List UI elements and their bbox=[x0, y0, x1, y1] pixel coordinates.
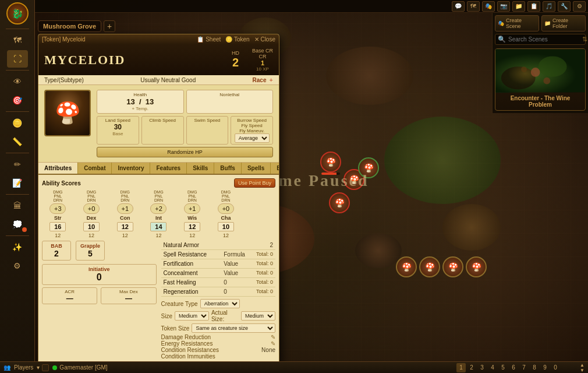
dr-edit-icon[interactable]: ✎ bbox=[271, 334, 275, 340]
page-down-arrow[interactable]: ▼ bbox=[580, 368, 585, 373]
tab-spells[interactable]: Spells bbox=[242, 163, 271, 174]
token-btn-ctrl[interactable]: 🪙 Token bbox=[225, 36, 249, 43]
chat-btn[interactable]: 💬 bbox=[452, 1, 465, 12]
race-label: Race bbox=[253, 77, 267, 83]
burrow-label: Burrow Speed bbox=[232, 118, 271, 123]
measure-btn[interactable]: 📏 bbox=[7, 133, 28, 150]
page-4[interactable]: 4 bbox=[488, 363, 497, 372]
tab-inventory[interactable]: Inventory bbox=[112, 163, 150, 174]
actors-btn[interactable]: 🎭 bbox=[482, 1, 495, 12]
create-scene-btn[interactable]: 🎭 Create Scene bbox=[495, 15, 539, 31]
top-toolbar: 💬 🗺 🎭 📷 📁 📋 🎵 🔧 ⚙ bbox=[35, 0, 588, 13]
enemy-token-3[interactable]: 🍄 bbox=[329, 192, 350, 213]
scene-card-thumbnail bbox=[495, 49, 585, 93]
close-btn[interactable]: ✕ Close bbox=[254, 36, 275, 43]
condition-resistances-label: Condition Resistances bbox=[161, 347, 219, 353]
app-logo[interactable]: 🐉 bbox=[6, 2, 29, 24]
player-token-5[interactable]: 🍄 bbox=[466, 256, 487, 277]
folder-btn[interactable]: 📁 bbox=[512, 1, 525, 12]
size-select[interactable]: MediumSmallLargeTiny bbox=[175, 311, 209, 321]
max-dex-block: Max Dex — bbox=[101, 287, 156, 304]
randomize-hp-btn[interactable]: Randomize HP bbox=[97, 147, 273, 157]
ability-int: +2 Int 14 12 bbox=[143, 203, 175, 238]
table-btn[interactable]: 📋 bbox=[527, 1, 540, 12]
page-1[interactable]: 1 bbox=[456, 363, 466, 372]
journal-btn[interactable]: 📷 bbox=[497, 1, 510, 12]
character-sheet: [Token] Myceloid 📋 Sheet 🪙 Token ✕ Close… bbox=[38, 34, 279, 364]
player-token-2[interactable]: 🍄 bbox=[396, 256, 417, 277]
sheet-titlebar: [Token] Myceloid 📋 Sheet 🪙 Token ✕ Close bbox=[38, 34, 279, 44]
settings-tool-btn[interactable]: ⚙ bbox=[7, 257, 28, 275]
point-buy-btn[interactable]: Use Point Buy bbox=[234, 178, 275, 188]
scene-search-bar[interactable]: 🔍 ⇅ bbox=[495, 34, 586, 45]
page-3[interactable]: 3 bbox=[477, 363, 487, 372]
page-8[interactable]: 8 bbox=[530, 363, 539, 372]
search-icon: 🔍 bbox=[498, 36, 506, 43]
library-btn[interactable]: 🏛 bbox=[7, 197, 28, 214]
neutral-token-1[interactable]: 🍄 bbox=[358, 157, 379, 178]
page-6[interactable]: 6 bbox=[509, 363, 518, 372]
sheet-tabs: Attributes Combat Inventory Features Ski… bbox=[38, 163, 279, 175]
macro-btn[interactable]: 🔧 bbox=[558, 1, 571, 12]
svg-point-6 bbox=[521, 66, 527, 72]
actual-size-select[interactable]: MediumSmallLarge bbox=[241, 311, 275, 321]
fullscreen-btn[interactable]: ⛶ bbox=[7, 50, 28, 68]
player-token-4[interactable]: 🍄 bbox=[442, 256, 463, 277]
player-token-3[interactable]: 🍄 bbox=[419, 256, 440, 277]
players-chevron: ▾ bbox=[37, 364, 40, 371]
tab-features[interactable]: Features bbox=[150, 163, 187, 174]
scene-card-title: Encounter - The Wine Problem bbox=[495, 93, 585, 110]
fly-maneuver-label: Fly Maneuv. bbox=[232, 128, 271, 133]
map-tool-btn[interactable]: 🗺 bbox=[7, 31, 28, 49]
tab-attributes[interactable]: Attributes bbox=[38, 163, 78, 174]
sort-icon[interactable]: ⇅ bbox=[582, 36, 587, 43]
zoom-out-btn[interactable]: + bbox=[104, 20, 115, 32]
fly-label: Fly Speed bbox=[232, 123, 271, 128]
svg-point-5 bbox=[543, 78, 550, 85]
initiative-label: Initiative bbox=[44, 266, 154, 272]
page-5[interactable]: 5 bbox=[498, 363, 508, 372]
map-btn[interactable]: 🗺 bbox=[467, 1, 480, 12]
scene-card-wine-problem[interactable]: Encounter - The Wine Problem bbox=[495, 48, 586, 111]
initiative-val: 0 bbox=[44, 272, 154, 283]
token-size-select[interactable]: Same as creature size bbox=[192, 323, 275, 333]
sheet-btn[interactable]: 📋 Sheet bbox=[197, 36, 221, 43]
swim-speed-label: Swim Speed bbox=[188, 118, 227, 123]
notes-btn[interactable]: 📝 bbox=[7, 174, 28, 192]
fly-maneuver-select[interactable]: AveragePoorGoodPerfect bbox=[235, 133, 270, 143]
natural-armor-label: Natural Armor bbox=[161, 241, 222, 250]
nonlethal-label: Nonlethal bbox=[189, 92, 271, 97]
ability-scores-title: Ability Scores bbox=[42, 180, 81, 186]
scene-search-input[interactable] bbox=[508, 36, 582, 43]
sheet-info-row: Type/(Subtype) Usually Neutral Good Race… bbox=[38, 75, 279, 85]
tab-buffs[interactable]: Buffs bbox=[214, 163, 242, 174]
concealment-label: Concealment bbox=[161, 269, 222, 278]
creature-type-select[interactable]: AberrationAnimalConstructDragonHumanoid bbox=[200, 299, 240, 308]
er-edit-icon[interactable]: ✎ bbox=[271, 340, 275, 347]
players-area[interactable]: 👥 Players ▾ bbox=[3, 364, 40, 371]
players-expand-btn[interactable] bbox=[42, 364, 49, 371]
create-folder-btn[interactable]: 📁 Create Folder bbox=[541, 15, 586, 31]
tab-combat[interactable]: Combat bbox=[78, 163, 112, 174]
vision-btn[interactable]: 👁 bbox=[7, 73, 28, 90]
page-up-arrow[interactable]: ▲ bbox=[580, 363, 585, 368]
character-portrait[interactable]: 🍄 bbox=[44, 90, 91, 136]
effects-btn[interactable]: ✨ bbox=[7, 238, 28, 256]
enemy-token-1[interactable]: 🍄 bbox=[320, 152, 341, 173]
page-7[interactable]: 7 bbox=[519, 363, 529, 372]
sound-btn[interactable]: 🎵 bbox=[543, 1, 555, 12]
page-0[interactable]: 0 bbox=[551, 363, 560, 372]
token-btn[interactable]: 🪙 bbox=[7, 114, 28, 132]
bab-label: BAB bbox=[46, 243, 67, 249]
chat-tool-btn[interactable]: 💭 bbox=[7, 216, 28, 233]
health-label: Health bbox=[99, 92, 182, 97]
tab-skills[interactable]: Skills bbox=[187, 163, 214, 174]
settings-btn[interactable]: ⚙ bbox=[573, 1, 586, 12]
page-2[interactable]: 2 bbox=[467, 363, 476, 372]
race-add-btn[interactable]: + bbox=[270, 76, 273, 83]
character-type: Type/(Subtype) bbox=[44, 77, 84, 83]
target-btn[interactable]: 🎯 bbox=[7, 92, 28, 109]
draw-btn[interactable]: ✏ bbox=[7, 156, 28, 173]
tab-biography[interactable]: Biography bbox=[271, 163, 279, 174]
page-9[interactable]: 9 bbox=[540, 363, 550, 372]
